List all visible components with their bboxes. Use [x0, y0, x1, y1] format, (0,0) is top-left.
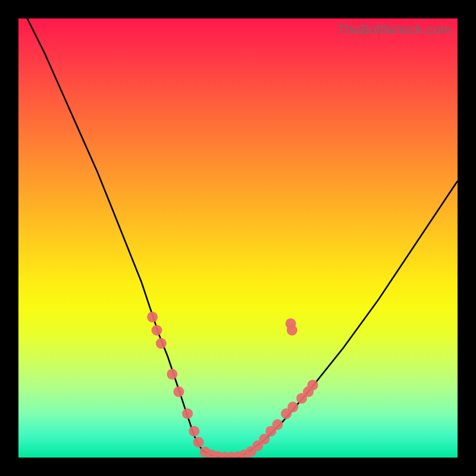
plot-area: TheBottleneck.com — [18, 18, 458, 458]
data-marker — [173, 386, 184, 397]
data-marker — [147, 312, 158, 322]
data-marker — [167, 369, 177, 380]
data-marker — [182, 408, 193, 419]
bottleneck-curve — [27, 18, 458, 458]
data-marker — [287, 402, 298, 412]
data-marker — [287, 325, 298, 336]
data-marker — [272, 419, 283, 430]
data-marker — [189, 426, 199, 437]
data-marker — [193, 437, 204, 447]
chart-svg — [18, 18, 458, 458]
data-marker — [308, 380, 318, 390]
chart-frame: TheBottleneck.com — [0, 0, 476, 476]
data-marker — [152, 325, 162, 336]
data-marker — [156, 338, 167, 349]
marker-group — [147, 312, 318, 458]
